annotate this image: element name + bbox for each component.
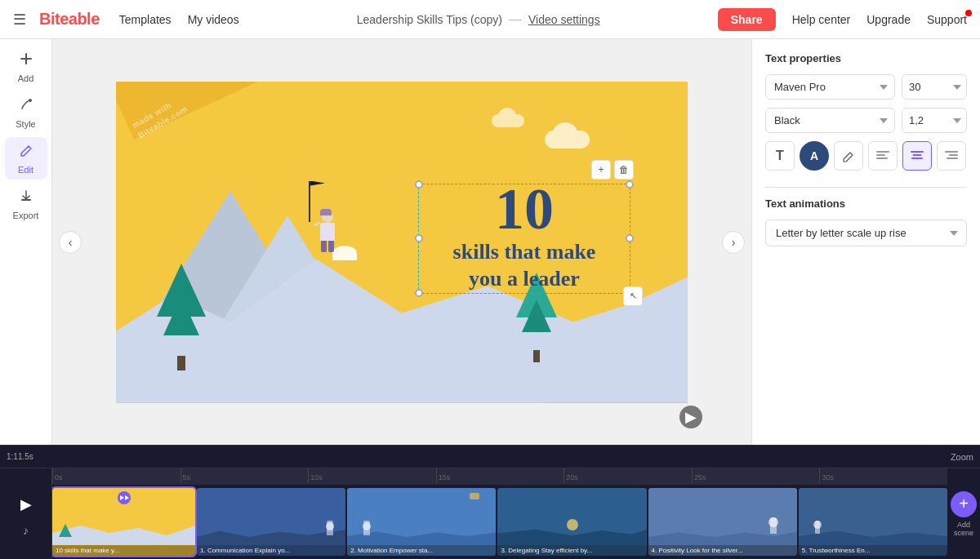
panel-divider — [765, 187, 967, 188]
timeline-scene-2[interactable]: 2. Motivation Empower sta... — [347, 488, 496, 556]
scene-4-label: 4. Positivity Look for the silver... — [648, 545, 797, 556]
ruler-mark-15: 15s — [436, 468, 564, 483]
timeline-music-button[interactable]: ♪ — [23, 524, 29, 537]
video-settings-link[interactable]: Video settings — [528, 13, 600, 26]
nav-right: Share Help center Upgrade Support — [718, 8, 967, 31]
sidebar-style-button[interactable]: Style — [5, 91, 47, 134]
timeline-scene-5[interactable]: 5. Trustworthiness En... — [799, 488, 947, 556]
scene-0-label: 10 skills that make y... — [52, 545, 195, 556]
cloud-1 — [545, 131, 590, 149]
ruler-mark-10: 10s — [308, 468, 436, 483]
svg-rect-5 — [876, 154, 885, 156]
left-sidebar: Add Style Edit Export — [0, 39, 52, 445]
nav-divider: — — [509, 12, 522, 27]
add-scene-container: + Add scene — [947, 468, 980, 559]
timeline-scenes-row: 10 skills that make y... 1. Communicatio… — [52, 485, 947, 559]
share-button[interactable]: Share — [718, 8, 776, 31]
text-properties-title: Text properties — [765, 52, 967, 64]
text-edit-button[interactable] — [834, 141, 863, 171]
ruler-mark-25: 25s — [692, 468, 820, 483]
ruler-mark-0: 0s — [52, 468, 180, 483]
align-right-button[interactable] — [937, 141, 966, 171]
export-icon — [19, 189, 33, 207]
ruler-mark-20: 20s — [564, 468, 692, 483]
align-center-button[interactable] — [902, 141, 932, 171]
nav-templates[interactable]: Templates — [119, 13, 172, 26]
svg-rect-10 — [945, 151, 958, 153]
scene-2-label: 2. Motivation Empower sta... — [347, 545, 496, 556]
timeline-time-label: 1:11.5s — [7, 452, 56, 461]
canvas-next-button[interactable]: › — [722, 231, 745, 254]
add-scene-button[interactable]: + — [951, 491, 977, 517]
flag-pole — [309, 181, 310, 222]
svg-rect-3 — [21, 199, 31, 201]
sidebar-add-button[interactable]: Add — [5, 46, 47, 88]
zoom-label: Zoom — [951, 452, 973, 462]
timeline-header: 1:11.5s Zoom — [0, 446, 980, 468]
line-height-select[interactable]: 1,0 1,2 1,5 2,0 — [902, 108, 967, 133]
svg-point-2 — [29, 99, 32, 102]
scene-3-label: 3. Delegating Stay efficient by... — [497, 545, 646, 556]
scene-1-thumb — [197, 488, 345, 545]
scene-3-thumb — [497, 488, 646, 545]
nav-my-videos[interactable]: My videos — [188, 13, 239, 26]
svg-rect-1 — [20, 58, 32, 60]
nav-center: Leadership Skills Tips (copy) — Video se… — [252, 12, 705, 27]
font-family-select[interactable]: Maven Pro Arial Helvetica Georgia — [765, 74, 895, 100]
text-style-button[interactable]: T — [765, 141, 795, 171]
canvas-prev-button[interactable]: ‹ — [59, 231, 82, 254]
scene-5-label: 5. Trustworthiness En... — [799, 545, 947, 556]
hamburger-icon[interactable]: ☰ — [13, 11, 26, 29]
font-size-select[interactable]: 24 28 30 32 36 — [902, 74, 967, 100]
svg-rect-9 — [911, 157, 923, 159]
timeline-scene-4[interactable]: 4. Positivity Look for the silver... — [648, 488, 797, 556]
timeline-ruler-mini — [62, 452, 944, 462]
scene-0-play-indicator — [118, 491, 131, 504]
top-nav: ☰ Biteable Templates My videos Leadershi… — [0, 0, 980, 39]
color-select[interactable]: Black White Custom — [765, 108, 895, 133]
svg-rect-11 — [949, 154, 958, 156]
text-color-button[interactable]: A — [800, 141, 829, 171]
video-title: Leadership Skills Tips (copy) — [357, 13, 502, 26]
svg-rect-7 — [911, 151, 924, 153]
timeline-ruler: 0s 5s 10s 15s 20s 25s 30s — [52, 468, 947, 485]
canvas-number: 10 — [410, 180, 639, 238]
sidebar-export-label: Export — [13, 211, 39, 220]
svg-rect-12 — [947, 157, 958, 159]
timeline-scene-1[interactable]: 1. Communication Explain yo... — [197, 488, 345, 556]
canvas-play-button[interactable]: ▶ — [679, 406, 702, 428]
font-size-row: Maven Pro Arial Helvetica Georgia 24 28 … — [765, 74, 967, 100]
svg-rect-4 — [876, 151, 889, 153]
sidebar-edit-button[interactable]: Edit — [5, 137, 47, 180]
add-icon — [19, 51, 33, 70]
canvas-text-container[interactable]: 10 skills that make you a leader — [410, 180, 639, 294]
scene-0-thumb — [52, 488, 195, 545]
sidebar-export-button[interactable]: Export — [5, 183, 47, 225]
video-canvas[interactable]: made withBiteable.com made withBiteable.… — [116, 82, 688, 403]
scene-1-label: 1. Communication Explain yo... — [197, 545, 345, 556]
nav-upgrade[interactable]: Upgrade — [866, 13, 911, 26]
timeline-tracks: 0s 5s 10s 15s 20s 25s 30s — [52, 468, 947, 559]
sidebar-add-label: Add — [18, 73, 34, 83]
text-animations-title: Text animations — [765, 197, 967, 210]
right-panel: Text properties Maven Pro Arial Helvetic… — [751, 39, 980, 445]
nav-support[interactable]: Support — [927, 13, 967, 26]
animation-select[interactable]: None Letter by letter scale up rise Fade… — [765, 220, 967, 246]
scene-4-thumb — [648, 488, 797, 545]
align-left-button[interactable] — [868, 141, 898, 171]
svg-rect-8 — [913, 154, 922, 156]
style-icon — [19, 97, 33, 116]
timeline-controls: ▶ ♪ — [0, 468, 52, 559]
timeline-scene-3[interactable]: 3. Delegating Stay efficient by... — [497, 488, 646, 556]
color-lineheight-row: Black White Custom 1,0 1,2 1,5 2,0 — [765, 108, 967, 133]
nav-help-center[interactable]: Help center — [792, 13, 851, 26]
text-format-toolbar: T A — [765, 141, 967, 171]
nav-links: Templates My videos — [119, 13, 239, 26]
timeline-play-button[interactable]: ▶ — [13, 491, 39, 517]
timeline-scene-0[interactable]: 10 skills that make y... — [52, 488, 195, 556]
ruler-marks: 0s 5s 10s 15s 20s 25s 30s — [52, 468, 947, 485]
sidebar-edit-label: Edit — [18, 165, 33, 175]
edit-icon — [19, 143, 33, 162]
timeline-body: ▶ ♪ 0s 5s 10s 15s 20s 25s 30s — [0, 468, 980, 559]
ruler-mark-30: 30s — [819, 468, 947, 483]
